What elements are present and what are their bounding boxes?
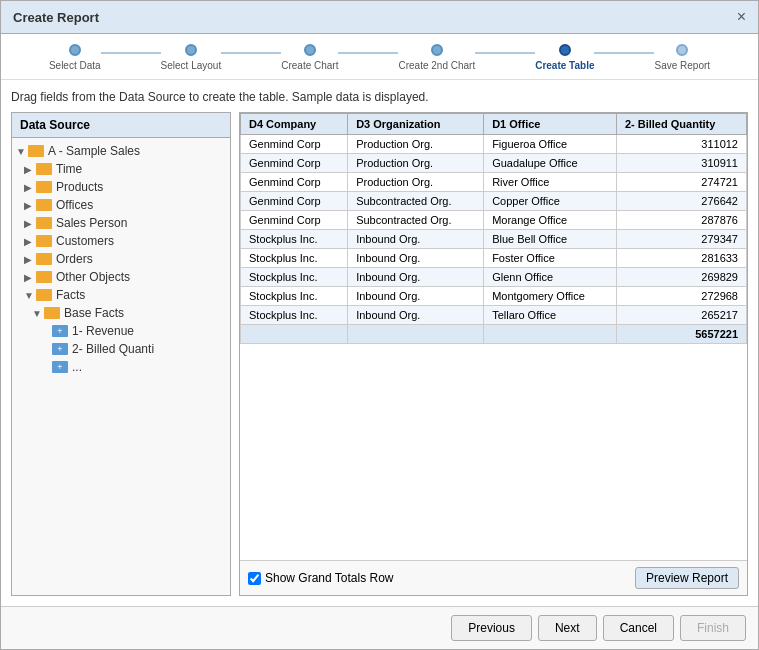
table-cell: Genmind Corp — [241, 173, 348, 192]
folder-icon-offices — [36, 199, 52, 211]
tree-item-other-objects[interactable]: ▶ Other Objects — [24, 268, 226, 286]
table-total-cell: 5657221 — [616, 325, 746, 344]
tree-label-more: ... — [72, 360, 82, 374]
tree-item-products[interactable]: ▶ Products — [24, 178, 226, 196]
create-report-dialog: Create Report × Select Data Select Layou… — [0, 0, 759, 650]
step-select-layout[interactable]: Select Layout — [161, 44, 222, 71]
previous-button[interactable]: Previous — [451, 615, 532, 641]
tree-item-time[interactable]: ▶ Time — [24, 160, 226, 178]
tree-item-customers[interactable]: ▶ Customers — [24, 232, 226, 250]
table-total-row: 5657221 — [241, 325, 747, 344]
tree-item-sample-sales[interactable]: ▼ A - Sample Sales — [16, 142, 226, 160]
step-dot-create-2nd-chart — [431, 44, 443, 56]
next-button[interactable]: Next — [538, 615, 597, 641]
step-create-table[interactable]: Create Table — [535, 44, 594, 71]
arrow-icon-base-facts: ▼ — [32, 308, 44, 319]
table-row: Genmind CorpProduction Org.Guadalupe Off… — [241, 154, 747, 173]
table-cell: Figueroa Office — [484, 135, 617, 154]
table-cell: Glenn Office — [484, 268, 617, 287]
tree-item-revenue[interactable]: + 1- Revenue — [40, 322, 226, 340]
arrow-icon-orders: ▶ — [24, 254, 36, 265]
table-cell: Inbound Org. — [348, 306, 484, 325]
table-cell: 269829 — [616, 268, 746, 287]
datasource-header: Data Source — [12, 113, 230, 138]
table-cell: Stockplus Inc. — [241, 230, 348, 249]
tree-item-billed-quanti[interactable]: + 2- Billed Quanti — [40, 340, 226, 358]
datasource-panel: Data Source ▼ A - Sample Sales ▶ Time — [11, 112, 231, 596]
datasource-tree[interactable]: ▼ A - Sample Sales ▶ Time ▶ Product — [12, 138, 230, 595]
table-panel: D4 Company D3 Organization D1 Office 2- … — [239, 112, 748, 596]
table-cell: Copper Office — [484, 192, 617, 211]
table-cell: 272968 — [616, 287, 746, 306]
table-cell: 274721 — [616, 173, 746, 192]
step-label-create-2nd-chart: Create 2nd Chart — [398, 60, 475, 71]
dialog-body: Drag fields from the Data Source to crea… — [1, 80, 758, 606]
step-dot-create-chart — [304, 44, 316, 56]
step-dot-select-layout — [185, 44, 197, 56]
tree-label-customers: Customers — [56, 234, 114, 248]
table-cell: Foster Office — [484, 249, 617, 268]
tree-item-offices[interactable]: ▶ Offices — [24, 196, 226, 214]
tree-item-more[interactable]: + ... — [40, 358, 226, 376]
arrow-icon-offices: ▶ — [24, 200, 36, 211]
cancel-button[interactable]: Cancel — [603, 615, 674, 641]
table-cell: Subcontracted Org. — [348, 211, 484, 230]
table-total-cell — [348, 325, 484, 344]
step-select-data[interactable]: Select Data — [49, 44, 101, 71]
step-label-create-table: Create Table — [535, 60, 594, 71]
table-total-cell — [484, 325, 617, 344]
step-line-2 — [221, 52, 281, 54]
table-row: Genmind CorpProduction Org.River Office2… — [241, 173, 747, 192]
col-header-organization: D3 Organization — [348, 114, 484, 135]
wizard-steps: Select Data Select Layout Create Chart C… — [1, 34, 758, 80]
arrow-icon-other-objects: ▶ — [24, 272, 36, 283]
tree-item-facts[interactable]: ▼ Facts — [24, 286, 226, 304]
table-cell: Genmind Corp — [241, 192, 348, 211]
table-cell: Production Org. — [348, 135, 484, 154]
step-label-select-layout: Select Layout — [161, 60, 222, 71]
table-cell: Inbound Org. — [348, 230, 484, 249]
close-button[interactable]: × — [737, 9, 746, 25]
step-line-3 — [338, 52, 398, 54]
show-grand-totals-checkbox[interactable] — [248, 572, 261, 585]
table-cell: Stockplus Inc. — [241, 249, 348, 268]
folder-icon-products — [36, 181, 52, 193]
tree-item-base-facts[interactable]: ▼ Base Facts — [32, 304, 226, 322]
table-cell: Inbound Org. — [348, 287, 484, 306]
step-save-report[interactable]: Save Report — [654, 44, 710, 71]
table-cell: Production Org. — [348, 173, 484, 192]
folder-icon-time — [36, 163, 52, 175]
table-cell: 310911 — [616, 154, 746, 173]
folder-icon-orders — [36, 253, 52, 265]
col-header-company: D4 Company — [241, 114, 348, 135]
table-cell: 279347 — [616, 230, 746, 249]
tree-label-billed-quanti: 2- Billed Quanti — [72, 342, 154, 356]
folder-icon-customers — [36, 235, 52, 247]
table-cell: 287876 — [616, 211, 746, 230]
table-cell: Production Org. — [348, 154, 484, 173]
table-footer: Show Grand Totals Row Preview Report — [240, 560, 747, 595]
step-create-chart[interactable]: Create Chart — [281, 44, 338, 71]
table-cell: Montgomery Office — [484, 287, 617, 306]
tree-item-sales-person[interactable]: ▶ Sales Person — [24, 214, 226, 232]
preview-report-button[interactable]: Preview Report — [635, 567, 739, 589]
step-create-2nd-chart[interactable]: Create 2nd Chart — [398, 44, 475, 71]
tree-item-orders[interactable]: ▶ Orders — [24, 250, 226, 268]
data-table: D4 Company D3 Organization D1 Office 2- … — [240, 113, 747, 344]
col-header-billed-qty: 2- Billed Quantity — [616, 114, 746, 135]
step-line-5 — [594, 52, 654, 54]
finish-button[interactable]: Finish — [680, 615, 746, 641]
table-row: Genmind CorpProduction Org.Figueroa Offi… — [241, 135, 747, 154]
tree-label-other-objects: Other Objects — [56, 270, 130, 284]
table-row: Stockplus Inc.Inbound Org.Montgomery Off… — [241, 287, 747, 306]
table-row: Genmind CorpSubcontracted Org.Morange Of… — [241, 211, 747, 230]
table-cell: Tellaro Office — [484, 306, 617, 325]
table-cell: Stockplus Inc. — [241, 268, 348, 287]
table-scroll[interactable]: D4 Company D3 Organization D1 Office 2- … — [240, 113, 747, 560]
main-area: Data Source ▼ A - Sample Sales ▶ Time — [11, 112, 748, 596]
instruction-text: Drag fields from the Data Source to crea… — [11, 90, 748, 104]
step-dot-create-table — [559, 44, 571, 56]
tree-label-offices: Offices — [56, 198, 93, 212]
show-grand-totals-label[interactable]: Show Grand Totals Row — [248, 571, 394, 585]
table-cell: Guadalupe Office — [484, 154, 617, 173]
